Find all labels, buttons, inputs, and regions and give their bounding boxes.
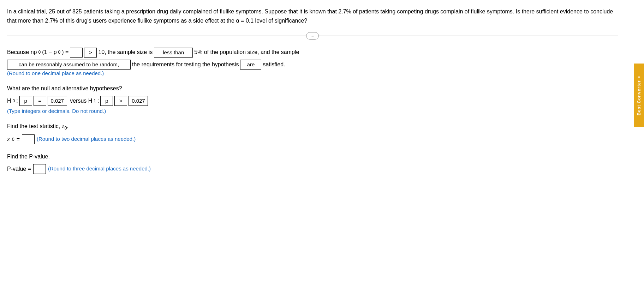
- because-text: Because np: [7, 47, 37, 58]
- h0-value-box: 0.027: [48, 96, 67, 106]
- requirement-line2: can be reasonably assumed to be random, …: [7, 60, 618, 70]
- sidebar-menu-icon: ≡: [638, 75, 640, 79]
- p-value-input[interactable]: [33, 164, 46, 174]
- h0-operator-label: =: [38, 98, 41, 104]
- h1-value-label: 0.027: [132, 98, 145, 104]
- sidebar: ≡ Best Converter: [634, 64, 644, 127]
- p-value-hint: (Round to three decimal places as needed…: [48, 165, 151, 171]
- h1-variable-box: p: [100, 96, 113, 106]
- p-value-section: Find the P-value. P-value = (Round to th…: [7, 152, 618, 174]
- requirement-line1: Because np0 (1 − p0) = > 10, the sample …: [7, 47, 618, 58]
- hypotheses-hint: (Type integers or decimals. Do not round…: [7, 108, 618, 114]
- h0-colon: :: [16, 98, 18, 104]
- sidebar-label: Best Converter: [637, 80, 642, 115]
- h1-colon: :: [97, 98, 99, 104]
- five-percent-text: 5% of the population size, and the sampl…: [194, 47, 299, 58]
- random-sample-box: can be reasonably assumed to be random,: [7, 60, 131, 70]
- formula-open: (1 − p: [42, 47, 56, 58]
- test-statistic-section: Find the test statistic, z0. z0 = (Round…: [7, 122, 618, 144]
- sub-0-a: 0: [38, 49, 41, 56]
- problem-text: In a clinical trial, 25 out of 825 patie…: [7, 8, 613, 24]
- ts-label-end: .: [67, 123, 68, 129]
- random-sample-label: can be reasonably assumed to be random,: [19, 61, 119, 67]
- requirement-hint: (Round to one decimal place as needed.): [7, 70, 618, 76]
- h0-value-label: 0.027: [50, 98, 64, 104]
- hypotheses-section: What are the null and alternative hypoth…: [7, 84, 618, 114]
- h1-operator-label: >: [119, 98, 123, 104]
- h1-operator-box: >: [114, 96, 127, 106]
- hypothesis-row: H0 : p = 0.027 versus H1 : p > 0.027: [7, 96, 618, 106]
- are-box[interactable]: are: [240, 60, 261, 70]
- z0-prefix: z: [7, 136, 10, 143]
- divider: ···: [7, 32, 618, 40]
- h1-value-box: 0.027: [129, 96, 148, 106]
- formula-close: ) =: [62, 47, 68, 58]
- p-value-label: Find the P-value.: [7, 152, 618, 161]
- greater-than-box: >: [84, 48, 97, 58]
- less-than-label: less than: [163, 48, 184, 57]
- ts-label-text: Find the test statistic, z: [7, 123, 65, 129]
- h0-var-label: p: [24, 98, 27, 104]
- divider-ellipsis: ···: [306, 32, 319, 40]
- z0-row: z0 = (Round to two decimal places as nee…: [7, 134, 618, 144]
- h0-subscript: 0: [13, 98, 15, 103]
- np0-value-input[interactable]: [70, 48, 83, 58]
- requirement-check-section: Because np0 (1 − p0) = > 10, the sample …: [7, 47, 618, 76]
- h0-operator-box: =: [34, 96, 46, 106]
- z0-input[interactable]: [22, 134, 35, 144]
- h1-var-label: p: [105, 98, 108, 104]
- less-than-dropdown[interactable]: less than: [154, 48, 193, 58]
- hypotheses-label: What are the null and alternative hypoth…: [7, 84, 618, 93]
- sub-0-b: 0: [58, 49, 61, 56]
- are-label: are: [247, 61, 255, 67]
- h0-variable-box: p: [19, 96, 32, 106]
- z0-sub: 0: [12, 137, 14, 142]
- z0-hint: (Round to two decimal places as needed.): [37, 136, 136, 142]
- h0-label: H: [7, 98, 11, 104]
- test-statistic-label: Find the test statistic, z0.: [7, 122, 618, 132]
- versus-text: versus H: [68, 98, 93, 104]
- problem-statement: In a clinical trial, 25 out of 825 patie…: [7, 7, 618, 25]
- h1-subscript: 1: [94, 98, 96, 103]
- satisfied-text: satisfied.: [263, 61, 285, 68]
- z0-equals: =: [17, 136, 20, 143]
- ten-text: 10, the sample size is: [98, 47, 153, 58]
- requirements-text: the requirements for testing the hypothe…: [132, 61, 239, 68]
- p-value-prefix: P-value =: [7, 166, 31, 172]
- p-value-row: P-value = (Round to three decimal places…: [7, 164, 618, 174]
